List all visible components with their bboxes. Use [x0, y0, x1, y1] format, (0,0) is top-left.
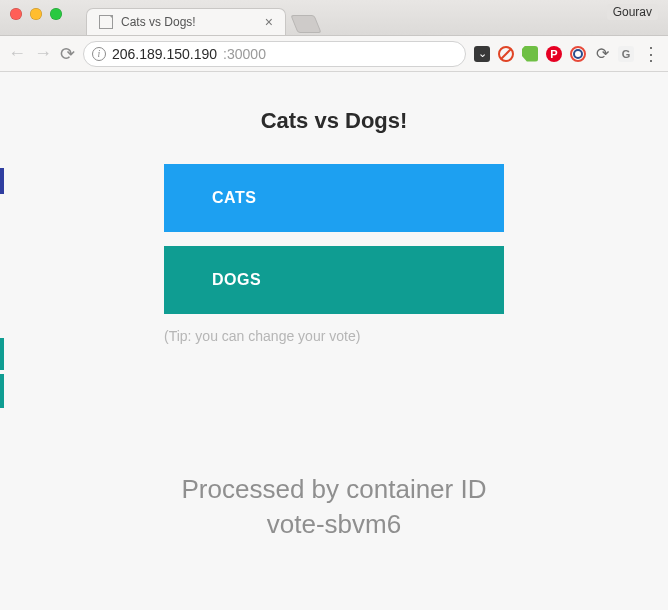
sync-extension-icon[interactable]: ⟳ — [594, 46, 610, 62]
close-window-icon[interactable] — [10, 8, 22, 20]
file-icon — [99, 15, 113, 29]
background-sliver — [0, 374, 4, 408]
tab-title: Cats vs Dogs! — [121, 15, 257, 29]
url-host: 206.189.150.190 — [112, 46, 217, 62]
close-tab-icon[interactable]: × — [265, 14, 273, 30]
browser-menu-icon[interactable]: ⋮ — [642, 43, 660, 65]
zoom-window-icon[interactable] — [50, 8, 62, 20]
back-button[interactable]: ← — [8, 43, 26, 64]
processed-line-2: vote-sbvm6 — [0, 507, 668, 542]
vote-dogs-button[interactable]: DOGS — [164, 246, 504, 314]
evernote-extension-icon[interactable] — [522, 46, 538, 62]
page-content: Cats vs Dogs! CATS DOGS (Tip: you can ch… — [0, 72, 668, 610]
tip-text: (Tip: you can change your vote) — [164, 328, 504, 344]
processed-line-1: Processed by container ID — [0, 472, 668, 507]
window-titlebar: Cats vs Dogs! × Gourav — [0, 0, 668, 36]
page-title: Cats vs Dogs! — [0, 108, 668, 134]
browser-toolbar: ← → ⟳ i 206.189.150.190:30000 ⌄ P ⟳ G ⋮ — [0, 36, 668, 72]
browser-tab[interactable]: Cats vs Dogs! × — [86, 8, 286, 35]
vote-panel: CATS DOGS (Tip: you can change your vote… — [164, 164, 504, 344]
pinterest-extension-icon[interactable]: P — [546, 46, 562, 62]
vote-cats-label: CATS — [212, 189, 256, 207]
new-tab-button[interactable] — [290, 15, 321, 33]
vote-dogs-label: DOGS — [212, 271, 261, 289]
tab-strip: Cats vs Dogs! × — [86, 8, 318, 35]
pocket-extension-icon[interactable]: ⌄ — [474, 46, 490, 62]
background-sliver — [0, 168, 4, 194]
forward-button[interactable]: → — [34, 43, 52, 64]
background-sliver — [0, 338, 4, 370]
url-port: :30000 — [223, 46, 266, 62]
authenticator-extension-icon[interactable] — [570, 46, 586, 62]
site-info-icon[interactable]: i — [92, 47, 106, 61]
reload-button[interactable]: ⟳ — [60, 43, 75, 65]
extensions-row: ⌄ P ⟳ G ⋮ — [474, 43, 660, 65]
traffic-lights — [0, 0, 72, 20]
google-extension-icon[interactable]: G — [618, 46, 634, 62]
profile-button[interactable]: Gourav — [607, 4, 658, 20]
vote-cats-button[interactable]: CATS — [164, 164, 504, 232]
processed-by: Processed by container ID vote-sbvm6 — [0, 472, 668, 542]
address-bar[interactable]: i 206.189.150.190:30000 — [83, 41, 466, 67]
minimize-window-icon[interactable] — [30, 8, 42, 20]
ublock-extension-icon[interactable] — [498, 46, 514, 62]
